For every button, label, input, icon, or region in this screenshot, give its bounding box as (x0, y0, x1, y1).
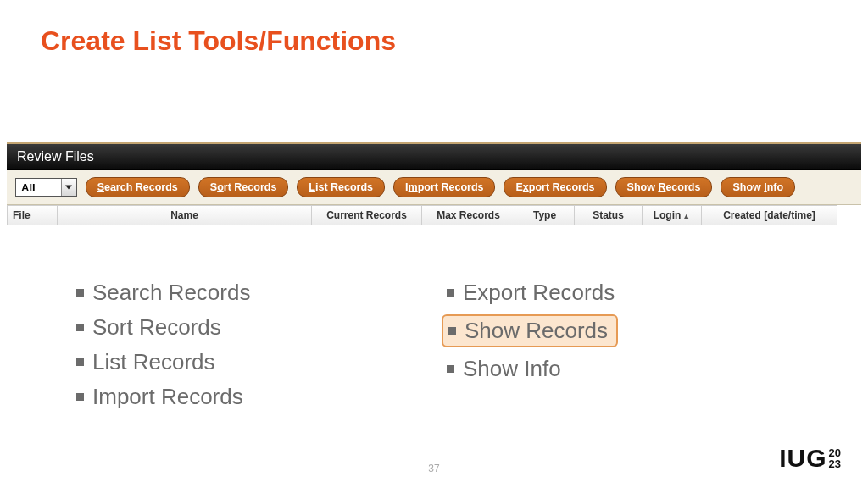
toolbar-button-1[interactable]: Sort Records (198, 177, 289, 197)
bullet-icon (76, 289, 84, 297)
bullet-icon (76, 393, 84, 401)
list-item-label: Show Info (463, 356, 561, 382)
table-header: FileNameCurrent RecordsMax RecordsTypeSt… (7, 205, 861, 225)
toolbar-button-2[interactable]: List Records (297, 177, 385, 197)
list-item: Export Records (447, 280, 817, 306)
list-item: Show Info (447, 356, 817, 382)
list-item: Show Records (447, 314, 817, 347)
svg-marker-0 (65, 186, 72, 190)
column-header[interactable]: Status (575, 205, 643, 225)
bullet-icon (447, 289, 454, 297)
window-title-bar: Review Files (7, 144, 861, 170)
list-item: Import Records (76, 384, 447, 410)
chevron-down-icon (61, 179, 76, 196)
filter-dropdown[interactable]: All (15, 178, 77, 197)
list-item-label: Search Records (92, 280, 250, 306)
bullet-icon (448, 327, 456, 335)
list-item: Sort Records (76, 314, 447, 341)
page-number: 37 (0, 463, 868, 474)
column-header[interactable]: Current Records (312, 205, 422, 225)
list-item-label: Import Records (92, 384, 243, 410)
toolbar-button-0[interactable]: Search Records (86, 177, 190, 197)
app-screenshot: Review Files All Search RecordsSort Reco… (7, 142, 861, 225)
conference-logo: IUG 20 23 (779, 444, 841, 473)
logo-year-bottom: 23 (829, 458, 841, 469)
bullet-icon (76, 358, 84, 366)
column-header[interactable]: File (7, 205, 58, 225)
list-item: Search Records (76, 280, 447, 306)
list-item: List Records (76, 349, 447, 375)
logo-text: IUG (779, 444, 826, 473)
toolbar-button-3[interactable]: Import Records (393, 177, 495, 197)
toolbar-button-5[interactable]: Show Records (615, 177, 713, 197)
column-header[interactable]: Name (58, 205, 312, 225)
list-item-label: Show Records (465, 318, 608, 344)
column-header[interactable]: Type (515, 205, 575, 225)
dropdown-value: All (16, 181, 61, 194)
column-header[interactable]: Login▲ (643, 205, 702, 225)
column-header[interactable]: Created [date/time] (702, 205, 837, 225)
column-header[interactable]: Max Records (422, 205, 515, 225)
bullet-icon (76, 324, 84, 331)
bullet-icon (447, 365, 454, 373)
toolbar-button-6[interactable]: Show Info (721, 177, 795, 197)
function-list: Search RecordsSort RecordsList RecordsIm… (76, 280, 817, 419)
list-item-label: Export Records (463, 280, 615, 306)
sort-indicator-icon: ▲ (682, 212, 690, 220)
slide-title: Create List Tools/Functions (0, 0, 868, 57)
toolbar: All Search RecordsSort RecordsList Recor… (7, 170, 861, 205)
list-item-label: Sort Records (92, 314, 221, 341)
highlighted-item: Show Records (442, 314, 618, 347)
list-item-label: List Records (92, 349, 215, 375)
toolbar-button-4[interactable]: Export Records (504, 177, 606, 197)
